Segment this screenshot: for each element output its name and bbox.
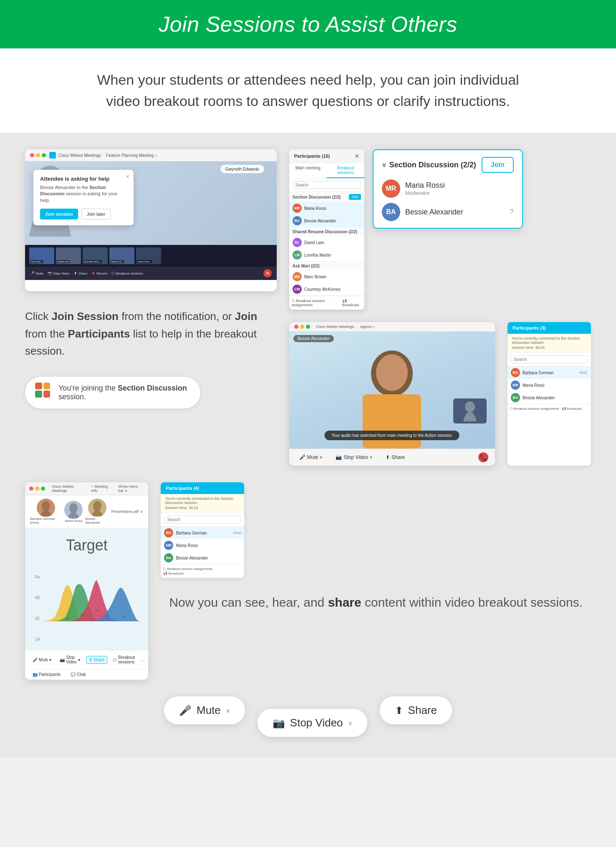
pres-breakout-btn[interactable]: ⬡ Breakout sessions — [111, 654, 137, 666]
pres-pp-item-barbara[interactable]: BG Barbara German Host — [161, 527, 244, 539]
share-floating-icon: ⬆ — [395, 705, 403, 716]
close-icon[interactable]: × — [126, 173, 129, 180]
mute-ctrl[interactable]: 🎤Mute — [30, 271, 43, 275]
traffic-lights — [30, 153, 46, 157]
join-later-button[interactable]: Join later — [81, 209, 111, 219]
breakout-assignments-btn[interactable]: ⬡ Breakout session assignments — [292, 299, 340, 307]
tab-breakout-sessions[interactable]: Breakout sessions — [327, 163, 364, 178]
pres-stop-video-icon: 📷 — [60, 658, 65, 662]
pres-breakout-assign-btn[interactable]: ⬡ Breakout session assignments — [163, 567, 242, 571]
pres-share-btn[interactable]: ⬆ Share — [86, 656, 108, 664]
join-section-btn[interactable]: Join — [349, 194, 361, 200]
pres-pp-search-input[interactable] — [164, 516, 241, 524]
name-marc-brown: Marc Brown — [304, 275, 361, 279]
minimize-btn-bottom[interactable] — [300, 325, 304, 329]
close-btn-bottom[interactable] — [294, 325, 298, 329]
join-big-button[interactable]: Join — [482, 157, 514, 173]
share-ctrl[interactable]: ⬆Share — [74, 271, 87, 275]
thumbnail-label-3: Brandon Boh... — [83, 260, 102, 263]
participant-item-bessie-alexander[interactable]: BA Bessie Alexander — [289, 214, 364, 227]
pp-header: Participants (3) — [507, 322, 591, 334]
pp-item-maria-rossi-2[interactable]: MR Maria Rossi — [507, 379, 591, 391]
maximize-button-icon[interactable] — [42, 153, 46, 157]
pp-breakout-btn[interactable]: ⬡ Breakout session assignments — [510, 407, 559, 411]
webex-pres-label: Cisco Webex Meetings — [52, 484, 84, 493]
stop-video-chevron: ▾ — [370, 454, 372, 460]
y-label-3: 68 — [35, 595, 40, 600]
participants-tab-btn[interactable]: 👥 Participants — [30, 671, 63, 678]
breakout-ctrl[interactable]: ⬡Breakout sessions — [111, 271, 143, 275]
notification-title: Attendee is asking for help — [40, 176, 127, 182]
close-pres[interactable] — [29, 487, 33, 491]
pp-search-area — [507, 353, 591, 366]
thumbnail-1[interactable]: Gre Cha... — [29, 247, 54, 264]
pp-avatar-barbara: BG — [511, 368, 520, 377]
pres-mute-btn[interactable]: 🎤 Mute ▾ — [30, 656, 54, 663]
tab-main-meeting[interactable]: Main meeting — [289, 163, 327, 178]
participant-item-courtney-mckinney[interactable]: CM Courtney McKinney — [289, 283, 364, 295]
search-input[interactable] — [293, 181, 361, 189]
thumbnail-2[interactable]: Sarah Lim — [56, 247, 81, 264]
pres-ctrl-bar: 🎤 Mute ▾ 📷 Stop Video ▾ ⬆ Share ⬡ Breako… — [25, 650, 148, 669]
inset-person — [462, 401, 478, 421]
pres-stop-video-chevron: ▾ — [78, 658, 80, 662]
name-maria-rossi: Maria Rossi — [304, 206, 361, 211]
pres-pp-item-bessie[interactable]: BA Bessie Alexander — [161, 552, 244, 564]
pres-broadcast-btn-2[interactable]: 📢 Broadcast — [163, 572, 242, 575]
traffic-lights-bottom — [294, 325, 310, 329]
presenter-name-bar: Gwyneth Edwards — [220, 165, 264, 173]
pp-item-barbara-german[interactable]: BG Barbara German Mod. — [507, 366, 591, 379]
top-screenshots-row: Cisco Webex Meetings Feature Planning Me… — [25, 149, 591, 466]
thumbnail-5[interactable]: Josie Com... — [136, 247, 161, 264]
webex-screenshot-left: Cisco Webex Meetings Feature Planning Me… — [25, 149, 277, 291]
max-pres[interactable] — [41, 487, 45, 491]
webex-top-bar: Cisco Webex Meetings Feature Planning Me… — [25, 149, 277, 161]
bottom-video-section: Cisco Webex Meetings Approx ○ Bessie Ale… — [289, 322, 591, 466]
participant-item-marc-brown[interactable]: MB Marc Brown — [289, 270, 364, 283]
stop-video-floating-label: Stop Video — [290, 716, 343, 729]
pp-search-input[interactable] — [511, 355, 588, 363]
section-discussion-group: Section Discussion (2/2) Join MR Maria R… — [289, 192, 364, 227]
pp-avatar-maria-2: MR — [511, 381, 520, 390]
shared-resume-group: Shared Resume Discussion (2/2) DL David … — [289, 227, 364, 262]
join-session-button[interactable]: Join session — [40, 209, 78, 219]
end-btn[interactable]: ✕ — [263, 269, 272, 277]
close-button-icon[interactable] — [30, 153, 34, 157]
meeting-info-label: ○ Meeting Info — [91, 484, 111, 493]
minimize-button-icon[interactable] — [36, 153, 40, 157]
chat-tab-btn[interactable]: 💬 Chat — [68, 671, 88, 678]
thumbnail-4[interactable]: Aimee Gr... — [109, 247, 134, 264]
thumbnail-3[interactable]: Brandon Boh... — [83, 247, 108, 264]
record-ctrl[interactable]: ⏺Record — [91, 271, 107, 275]
share-btn-bottom[interactable]: ⬆ Share — [382, 453, 408, 462]
close-participants-icon[interactable]: ✕ — [354, 153, 359, 159]
shared-resume-header: Shared Resume Discussion (2/2) — [289, 227, 364, 236]
pres-stop-video-btn[interactable]: 📷 Stop Video ▾ — [57, 654, 82, 666]
stop-video-btn-bottom[interactable]: 📷 Stop Video ▾ — [332, 453, 376, 462]
pres-pp-item-maria[interactable]: MR Maria Rossi — [161, 539, 244, 552]
maximize-btn-bottom[interactable] — [306, 325, 310, 329]
broadcast-btn[interactable]: 📢 Broadcast — [342, 299, 362, 307]
webex-pres-screenshot: Cisco Webex Meetings ○ Meeting Info Show… — [25, 482, 148, 680]
pp-broadcast-btn[interactable]: 📢 Broadcast — [562, 407, 582, 411]
mute-floating-btn[interactable]: 🎤 Mute ∨ — [164, 696, 245, 724]
stop-video-floating-btn[interactable]: 📷 Stop Video ∨ — [258, 709, 367, 737]
min-pres[interactable] — [35, 487, 39, 491]
end-call-btn-bottom[interactable]: 📞 — [478, 452, 488, 462]
share-floating-label: Share — [408, 704, 437, 717]
mute-btn-bottom[interactable]: 🎤 Mute ▾ — [296, 453, 326, 462]
mute-label-bottom: Mute — [307, 454, 318, 460]
pres-breakout-icon: ⬡ — [113, 658, 117, 662]
chart-area: 8a 68 42 14 — [33, 558, 140, 642]
stop-video-ctrl[interactable]: 📷Stop Video — [48, 271, 70, 275]
section-discussion-label: Section Discussion (2/2) — [293, 195, 341, 199]
participant-item-maria-rossi[interactable]: MR Maria Rossi — [289, 202, 364, 214]
pp-item-bessie-alexander-2[interactable]: BA Bessie Alexander — [507, 391, 591, 404]
y-label-4: 8a — [35, 575, 40, 579]
participant-item-david-lam[interactable]: DL David Lam — [289, 236, 364, 249]
video-inset — [453, 398, 487, 424]
participant-item-loretha-martin[interactable]: LM Loretha Martin — [289, 249, 364, 261]
pres-tab-bar: 👥 Participants 💬 Chat — [25, 669, 148, 680]
sd-info-bessie-alexander: Bessie Alexander — [405, 208, 463, 217]
share-floating-btn[interactable]: ⬆ Share — [380, 696, 452, 724]
